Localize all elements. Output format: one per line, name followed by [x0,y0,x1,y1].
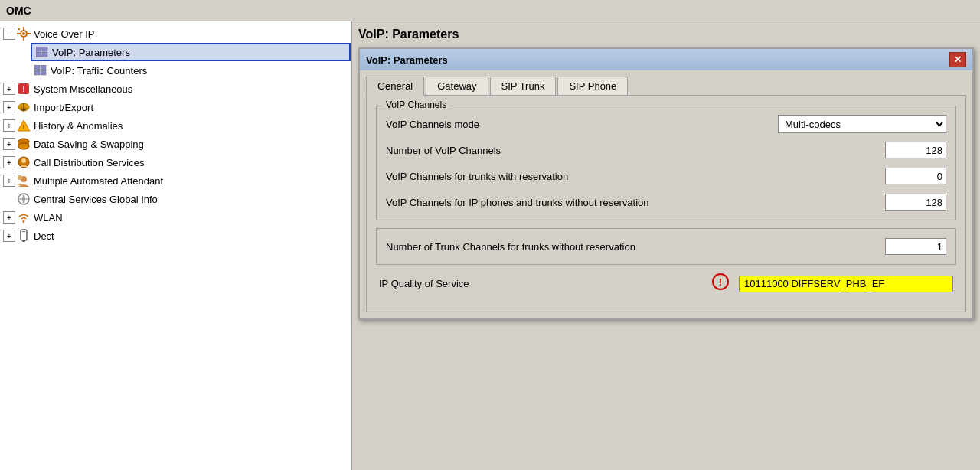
tree-label-history-anomalies: History & Anomalies [34,120,122,132]
input-voip-channels-trunks-reservation[interactable] [885,168,946,184]
svg-rect-12 [41,65,46,70]
main-area: − Voice Over IP [0,21,980,470]
svg-rect-11 [34,65,40,70]
svg-point-24 [21,158,26,163]
label-voip-channels-mode: VoIP Channels mode [386,119,778,130]
svg-rect-13 [34,70,40,75]
select-voip-channels-mode[interactable]: Multi-codecs Single-codec [778,115,946,133]
svg-point-22 [18,143,29,149]
expander-system-misc[interactable]: + [3,83,15,95]
voip-channels-mode-row: VoIP Channels mode Multi-codecs Single-c… [386,114,946,134]
tab-content-general: VoIP Channels VoIP Channels mode Multi-c… [366,96,966,312]
wlan-icon [17,211,31,224]
label-voip-channels-ip-phones: VoIP Channels for IP phones and trunks w… [386,197,885,208]
number-voip-channels-row: Number of VoIP Channels [386,140,946,160]
svg-rect-14 [41,70,46,75]
tree-item-central-services[interactable]: Central Services Global Info [0,190,351,208]
data-icon [17,137,31,151]
dialog-body: General Gateway SIP Trunk SIP Phone VoIP… [360,70,972,318]
gear-icon [17,27,31,41]
tab-gateway[interactable]: Gateway [426,77,488,95]
svg-rect-10 [42,52,47,57]
tree-item-wlan[interactable]: + WLAN [0,208,351,227]
svg-text:!: ! [22,85,24,93]
right-panel: VoIP: Parameters VoIP: Parameters ✕ Gene… [352,21,980,470]
dialog-titlebar: VoIP: Parameters ✕ [360,49,972,70]
tree-item-history-anomalies[interactable]: + ! History & Anomalies [0,116,351,135]
tree-item-multiple-attendant[interactable]: + Multiple Automated Attendant [0,171,351,190]
voip-channels-ip-phones-row: VoIP Channels for IP phones and trunks w… [386,192,946,212]
tab-general[interactable]: General [366,77,424,96]
dect-icon [17,229,31,243]
tree-item-data-saving[interactable]: + Data Saving & Swapping [0,135,351,153]
svg-rect-7 [36,47,41,51]
expander-voice-over-ip[interactable]: − [3,28,15,40]
svg-point-26 [18,175,22,180]
input-voip-channels-ip-phones[interactable] [885,194,946,211]
expander-data-saving[interactable]: + [3,138,15,150]
warning-icon: ! [711,273,730,295]
label-ip-qos: IP Quality of Service [379,278,702,289]
dialog-title: VoIP: Parameters [366,54,448,66]
svg-rect-4 [17,33,20,34]
tree-label-import-export: Import/Export [34,102,93,113]
ip-qos-value[interactable]: 10111000 DIFFSERV_PHB_EF [739,276,953,292]
tree-label-voip-traffic: VoIP: Traffic Counters [51,65,147,77]
svg-rect-8 [42,47,47,51]
svg-rect-32 [22,231,25,232]
expander-import-export[interactable]: + [3,101,15,113]
tree-label-central-services: Central Services Global Info [34,194,158,205]
grid-icon-voip-traffic [34,64,47,77]
label-number-voip-channels: Number of VoIP Channels [386,145,885,156]
trunk-channels-section: Number of Trunk Channels for trunks with… [376,228,956,265]
tree-item-voip-parameters[interactable]: VoIP: Parameters [31,43,351,61]
tab-sip-trunk[interactable]: SIP Trunk [490,77,557,95]
svg-rect-2 [23,27,24,30]
tree-label-data-saving: Data Saving & Swapping [34,139,144,150]
tree-label-wlan: WLAN [34,212,63,224]
tree-item-import-export[interactable]: + Import/Export [0,98,351,116]
expander-wlan[interactable]: + [3,211,15,224]
expander-call-distribution[interactable]: + [3,156,15,168]
call-icon [17,155,31,169]
ip-qos-row: IP Quality of Service ! 10111000 DIFFSER… [376,273,956,295]
dialog-close-button[interactable]: ✕ [949,52,966,67]
tab-bar: General Gateway SIP Trunk SIP Phone [366,77,966,96]
tree-label-call-distribution: Call Distribution Services [34,157,145,168]
tree-label-multiple-attendant: Multiple Automated Attendant [34,175,163,187]
tree-item-call-distribution[interactable]: + Call Distribution Services [0,153,351,171]
tab-sip-phone[interactable]: SIP Phone [557,77,628,95]
grid-icon-voip-params [35,45,49,59]
app-header: OMC [0,0,980,21]
expander-dect[interactable]: + [3,230,15,242]
svg-rect-6 [18,28,21,31]
svg-rect-5 [28,33,31,34]
tree-label-dect: Dect [34,230,54,242]
svg-rect-3 [23,38,24,41]
misc-icon: ! [17,82,31,96]
import-icon [17,100,31,114]
tree-item-system-misc[interactable]: + ! System Miscellaneous [0,80,351,98]
expander-history-anomalies[interactable]: + [3,119,15,132]
tree-item-voip-traffic[interactable]: VoIP: Traffic Counters [31,61,351,80]
dialog-voip-parameters: VoIP: Parameters ✕ General Gateway SIP T… [358,47,974,320]
tree-item-dect[interactable]: + Dect [0,227,351,245]
central-icon [17,192,31,206]
tree-label-system-misc: System Miscellaneous [34,83,132,95]
svg-text:!: ! [23,123,25,131]
tree-item-voice-over-ip[interactable]: − Voice Over IP [0,24,351,43]
input-number-voip-channels[interactable] [885,142,946,158]
app-title: OMC [6,5,31,17]
right-panel-title: VoIP: Parameters [358,28,974,41]
tree-label-voip-parameters: VoIP: Parameters [52,47,130,58]
voip-channels-trunks-reservation-row: VoIP Channels for trunks with reservatio… [386,166,946,186]
trunk-channels-row: Number of Trunk Channels for trunks with… [386,237,946,256]
svg-rect-31 [22,240,25,242]
input-trunk-channels[interactable] [885,238,946,255]
svg-rect-9 [36,52,41,57]
expander-multiple-attendant[interactable]: + [3,175,15,187]
voip-channels-section: VoIP Channels VoIP Channels mode Multi-c… [376,106,956,220]
svg-text:!: ! [719,276,722,288]
label-trunk-channels: Number of Trunk Channels for trunks with… [386,241,885,253]
svg-point-1 [22,32,25,35]
